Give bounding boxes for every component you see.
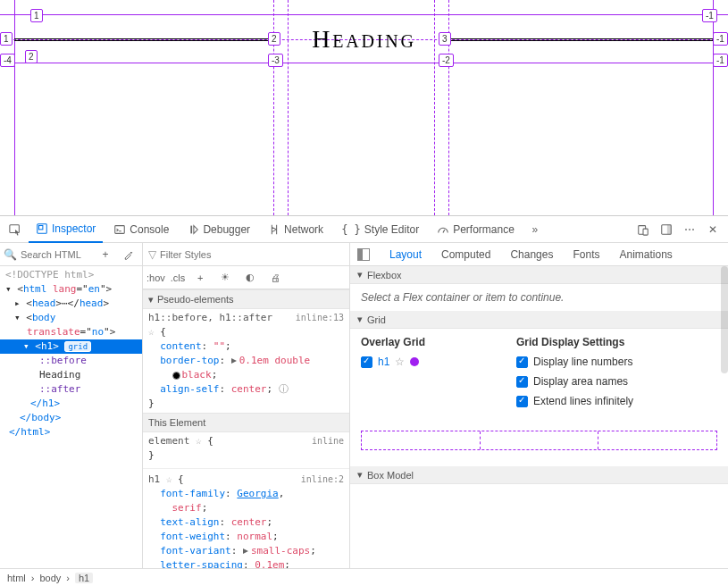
- page-viewport: Heading 1 2 3 4 -4 -3 -2 -1 1 2 -1 -1: [0, 0, 728, 215]
- ltab-animations[interactable]: Animations: [615, 243, 675, 266]
- gear-icon[interactable]: ☆: [395, 356, 405, 368]
- more-icon[interactable]: ⋯: [680, 220, 699, 239]
- dom-tree[interactable]: <!DOCTYPE html> ▾ <html lang="en"> ▸ <he…: [0, 266, 142, 568]
- checkbox-icon[interactable]: [516, 376, 528, 388]
- grid-vline: [14, 0, 15, 215]
- setting-extend-lines[interactable]: Extend lines infinitely: [516, 395, 633, 407]
- search-html-input[interactable]: [21, 249, 92, 260]
- grid-header[interactable]: ▾Grid: [350, 311, 728, 329]
- tree-row[interactable]: ▸ <head>⋯</head>: [0, 297, 142, 311]
- svg-rect-4: [191, 225, 193, 233]
- pick-element-icon[interactable]: [5, 220, 25, 239]
- color-swatch[interactable]: [172, 372, 180, 380]
- responsive-mode-icon[interactable]: [633, 220, 653, 239]
- close-icon[interactable]: ✕: [703, 220, 723, 239]
- ltab-fonts[interactable]: Fonts: [569, 243, 603, 266]
- scrollbar[interactable]: [721, 266, 728, 373]
- ltab-changes[interactable]: Changes: [506, 243, 556, 266]
- tree-row[interactable]: </body>: [0, 411, 142, 425]
- tree-row[interactable]: ▾ <html lang="en">: [0, 282, 142, 297]
- tab-inspector[interactable]: Inspector: [29, 216, 103, 243]
- svg-rect-3: [115, 225, 125, 233]
- tree-row[interactable]: </h1>: [0, 397, 142, 411]
- markup-panel: 🔍 + <!DOCTYPE html> ▾ <html lang="en"> ▸…: [0, 243, 143, 568]
- add-node-icon[interactable]: +: [96, 245, 115, 264]
- doctype-node[interactable]: <!DOCTYPE html>: [5, 269, 94, 280]
- overlay-grid-item[interactable]: h1 ☆: [361, 356, 495, 368]
- ltab-layout[interactable]: Layout: [386, 243, 425, 266]
- settings-title: Grid Display Settings: [516, 336, 633, 348]
- devtools-toolbar: Inspector Console Debugger Network { }St…: [0, 216, 728, 243]
- this-element-header: This Element: [148, 415, 205, 430]
- grid-label: -1: [713, 32, 728, 46]
- overflow-icon[interactable]: »: [525, 220, 545, 239]
- breadcrumb: html › body › h1: [0, 568, 728, 586]
- grid-label: 2: [25, 50, 38, 63]
- checkbox-icon[interactable]: [516, 356, 528, 368]
- rule-source[interactable]: inline:2: [301, 473, 344, 487]
- eyedropper-icon[interactable]: [119, 245, 138, 264]
- checkbox-icon[interactable]: [361, 356, 372, 368]
- boxmodel-header[interactable]: ▾Box Model: [350, 466, 728, 484]
- panels: 🔍 + <!DOCTYPE html> ▾ <html lang="en"> ▸…: [0, 243, 728, 568]
- svg-rect-0: [10, 224, 20, 232]
- grid-vline: [288, 0, 289, 215]
- crumb-h1[interactable]: h1: [75, 573, 93, 583]
- tab-debugger[interactable]: Debugger: [180, 216, 257, 243]
- toggle-pane-icon[interactable]: [354, 245, 373, 264]
- tree-row[interactable]: Heading: [0, 368, 142, 382]
- tree-row[interactable]: translate="no">: [0, 325, 142, 339]
- tab-style-editor[interactable]: { }Style Editor: [334, 216, 426, 243]
- cls-toggle[interactable]: .cls: [171, 272, 186, 283]
- rules-content[interactable]: ▾Pseudo-elements inline:13 h1::before, h…: [143, 289, 349, 568]
- rules-panel: ▽ :hov .cls + ☀ ◐ 🖨 ▾Pseudo-elements inl…: [143, 243, 350, 568]
- tab-network[interactable]: Network: [261, 216, 331, 243]
- grid-label: -1: [713, 54, 728, 67]
- heading-rule: [14, 38, 273, 41]
- mini-grid-preview[interactable]: [361, 431, 717, 450]
- svg-rect-8: [667, 224, 671, 234]
- crumb-body[interactable]: body: [39, 573, 61, 583]
- add-rule-icon[interactable]: +: [190, 268, 210, 288]
- grid-badge[interactable]: grid: [64, 341, 91, 352]
- svg-rect-2: [39, 225, 43, 229]
- color-dot[interactable]: [410, 357, 419, 366]
- tree-row[interactable]: </html>: [0, 425, 142, 440]
- flexbox-empty: Select a Flex container or item to conti…: [361, 291, 564, 304]
- overlay-title: Overlay Grid: [361, 336, 495, 348]
- font-link[interactable]: Georgia: [237, 488, 278, 499]
- dark-scheme-icon[interactable]: ◐: [240, 268, 260, 288]
- filter-icon: ▽: [148, 248, 156, 261]
- print-media-icon[interactable]: 🖨: [265, 268, 285, 288]
- grid-label: -2: [439, 54, 454, 67]
- dock-mode-icon[interactable]: [657, 220, 676, 239]
- grid-label: 1: [30, 9, 43, 22]
- tree-row-selected[interactable]: ▾ <h1> grid: [0, 339, 142, 354]
- page-heading: Heading: [312, 25, 415, 54]
- grid-label: -3: [268, 54, 283, 67]
- tree-row[interactable]: ::after: [0, 382, 142, 397]
- grid-label: 2: [268, 32, 280, 46]
- rule-source[interactable]: inline: [312, 434, 344, 448]
- tree-row[interactable]: ::before: [0, 354, 142, 368]
- checkbox-icon[interactable]: [516, 396, 528, 407]
- tab-performance[interactable]: Performance: [430, 216, 522, 243]
- rule-source[interactable]: inline:13: [296, 311, 344, 325]
- ltab-computed[interactable]: Computed: [438, 243, 494, 266]
- grid-hline: [0, 14, 728, 15]
- grid-hline: [0, 63, 728, 63]
- light-scheme-icon[interactable]: ☀: [215, 268, 235, 288]
- info-icon[interactable]: ⓘ: [279, 383, 289, 395]
- selector[interactable]: h1::before, h1::after: [148, 312, 272, 323]
- pseudo-header: Pseudo-elements: [157, 292, 234, 306]
- setting-area-names[interactable]: Display area names: [516, 375, 633, 388]
- setting-line-numbers[interactable]: Display line numbers: [516, 356, 633, 368]
- grid-label: 3: [439, 32, 451, 46]
- crumb-html[interactable]: html: [7, 573, 26, 583]
- filter-styles-input[interactable]: [160, 249, 344, 260]
- heading-rule: [448, 38, 713, 41]
- tree-row[interactable]: ▾ <body: [0, 311, 142, 325]
- tab-console[interactable]: Console: [106, 216, 176, 243]
- flexbox-header[interactable]: ▾Flexbox: [350, 266, 728, 284]
- hov-toggle[interactable]: :hov: [146, 272, 165, 283]
